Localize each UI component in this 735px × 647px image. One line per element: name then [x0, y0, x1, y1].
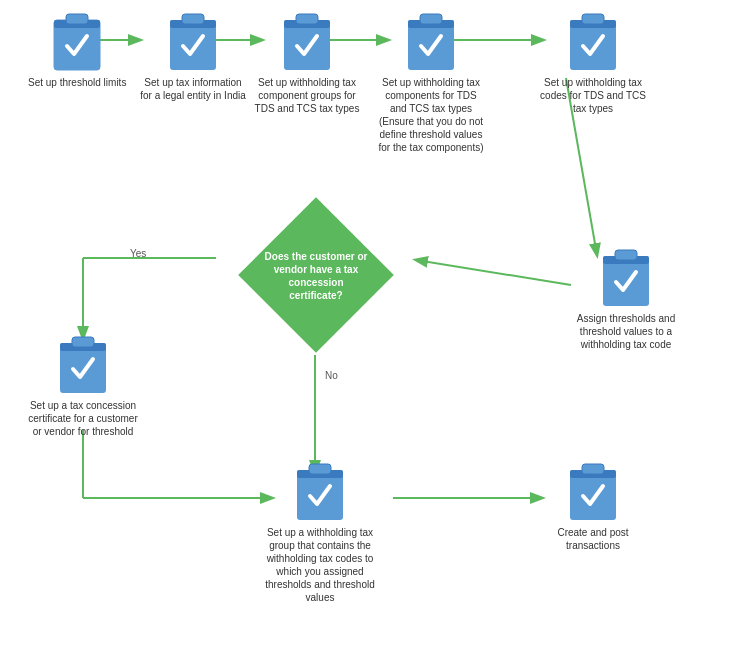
- clipboard-icon: [599, 248, 653, 308]
- node-label: Set up a tax concession certificate for …: [28, 399, 138, 438]
- node-label: Set up withholding tax component groups …: [252, 76, 362, 115]
- node-tax-concession: Set up a tax concession certificate for …: [28, 335, 138, 438]
- node-label: Set up tax information for a legal entit…: [138, 76, 248, 102]
- clipboard-icon: [566, 12, 620, 72]
- clipboard-icon: [56, 335, 110, 395]
- clipboard-icon: [566, 462, 620, 522]
- node-create-post: Create and post transactions: [538, 462, 648, 552]
- node-tax-info: Set up tax information for a legal entit…: [138, 12, 248, 102]
- decision-diamond: Does the customer or vendor have a tax c…: [216, 198, 416, 353]
- yes-label: Yes: [130, 248, 146, 259]
- node-threshold-limits: Set up threshold limits: [28, 12, 126, 89]
- svg-rect-17: [182, 14, 204, 24]
- node-label: Set up withholding tax components for TD…: [376, 76, 486, 154]
- node-assign-thresholds: Assign thresholds and threshold values t…: [571, 248, 681, 351]
- svg-rect-38: [582, 464, 604, 474]
- node-label: Assign thresholds and threshold values t…: [571, 312, 681, 351]
- clipboard-icon: [280, 12, 334, 72]
- svg-rect-14: [66, 14, 88, 24]
- clipboard-icon: [293, 462, 347, 522]
- clipboard-icon: [50, 12, 104, 72]
- clipboard-icon: [166, 12, 220, 72]
- node-tax-codes: Set up withholding tax codes for TDS and…: [538, 12, 648, 115]
- svg-rect-32: [72, 337, 94, 347]
- svg-line-5: [416, 260, 571, 285]
- node-component-groups: Set up withholding tax component groups …: [252, 12, 362, 115]
- svg-rect-26: [582, 14, 604, 24]
- clipboard-icon: [404, 12, 458, 72]
- node-label: Set up a withholding tax group that cont…: [265, 526, 375, 604]
- node-label: Create and post transactions: [538, 526, 648, 552]
- svg-rect-20: [296, 14, 318, 24]
- node-label: Set up threshold limits: [28, 76, 126, 89]
- svg-rect-23: [420, 14, 442, 24]
- node-tax-components: Set up withholding tax components for TD…: [376, 12, 486, 154]
- svg-rect-35: [309, 464, 331, 474]
- node-label: Set up withholding tax codes for TDS and…: [538, 76, 648, 115]
- flowchart-diagram: Yes No Does the customer or vendor have …: [0, 0, 735, 647]
- svg-rect-29: [615, 250, 637, 260]
- no-label: No: [325, 370, 338, 381]
- node-tax-group: Set up a withholding tax group that cont…: [265, 462, 375, 604]
